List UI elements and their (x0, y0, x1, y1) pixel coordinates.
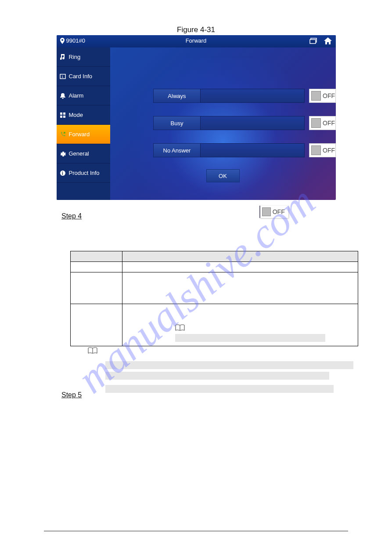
title-bar: 9901#0 Forward (57, 35, 336, 47)
sidebar-item-label: General (69, 150, 89, 157)
always-label: Always (153, 89, 201, 103)
inline-toggle-example: OFF (259, 206, 288, 218)
main-content: Always OFF Busy OFF No Answer OFF OK (110, 47, 336, 200)
svg-rect-4 (60, 112, 62, 115)
busy-field[interactable] (200, 116, 305, 130)
sidebar-item-forward[interactable]: Forward (57, 125, 110, 144)
gray-placeholder (105, 372, 329, 380)
svg-text:1: 1 (61, 75, 64, 79)
screenshot-panel: 9901#0 Forward Ring 1 Card Info Alarm (57, 35, 336, 200)
card-icon: 1 (57, 74, 69, 79)
sidebar-item-card-info[interactable]: 1 Card Info (57, 67, 110, 86)
gray-placeholder (105, 361, 353, 369)
step-4-label: Step 4 (61, 212, 82, 220)
svg-rect-5 (63, 112, 65, 115)
busy-toggle[interactable]: OFF (309, 116, 335, 130)
row-always: Always OFF (153, 89, 336, 103)
book-icon (175, 324, 185, 331)
sidebar-item-mode[interactable]: Mode (57, 105, 110, 125)
sidebar-item-label: Product Info (69, 170, 100, 176)
table-cell (122, 304, 358, 346)
table-cell (122, 272, 358, 304)
svg-rect-7 (63, 116, 65, 118)
sidebar: Ring 1 Card Info Alarm Mode Forward Gene… (57, 47, 110, 200)
toggle-state: OFF (273, 208, 285, 215)
toggle-state: OFF (323, 120, 335, 127)
toggle-state: OFF (323, 92, 335, 99)
table-cell (71, 262, 122, 272)
svg-rect-1 (310, 40, 316, 44)
bell-icon (57, 93, 69, 99)
always-toggle[interactable]: OFF (309, 89, 335, 103)
sidebar-item-label: Alarm (69, 92, 84, 99)
window-icon[interactable] (309, 38, 317, 44)
gear-icon (57, 151, 69, 157)
sidebar-item-label: Card Info (69, 73, 92, 80)
busy-label: Busy (153, 116, 201, 130)
sidebar-item-product-info[interactable]: i Product Info (57, 163, 110, 183)
table-cell (71, 272, 122, 304)
table-cell (122, 262, 358, 272)
table-cell (71, 304, 122, 346)
footer-rule (44, 531, 348, 531)
gray-placeholder (175, 334, 325, 342)
sidebar-item-general[interactable]: General (57, 144, 110, 163)
note-icon (57, 54, 69, 60)
notes-block (88, 350, 392, 398)
sidebar-item-label: Mode (69, 112, 83, 118)
page-title: Forward (57, 37, 336, 44)
home-icon[interactable] (324, 36, 332, 45)
sidebar-item-alarm[interactable]: Alarm (57, 86, 110, 105)
always-field[interactable] (200, 89, 305, 103)
row-busy: Busy OFF (153, 116, 336, 130)
book-icon (88, 347, 97, 354)
table-header-col-0 (71, 251, 122, 262)
no-answer-label: No Answer (153, 143, 201, 157)
gray-placeholder (105, 385, 334, 393)
figure-caption: Figure 4-31 (0, 25, 392, 34)
table-header-col-1 (122, 251, 358, 262)
phone-forward-icon (57, 131, 69, 138)
no-answer-field[interactable] (200, 143, 305, 157)
svg-rect-6 (60, 116, 62, 118)
sidebar-item-label: Forward (69, 131, 90, 138)
toggle-state: OFF (323, 147, 335, 154)
sidebar-item-ring[interactable]: Ring (57, 47, 110, 67)
info-icon: i (57, 170, 69, 176)
svg-text:i: i (62, 171, 63, 176)
row-no-answer: No Answer OFF (153, 143, 336, 157)
sidebar-item-label: Ring (69, 54, 81, 60)
tiles-icon (57, 112, 69, 118)
ok-button[interactable]: OK (206, 169, 240, 182)
parameter-table (70, 251, 358, 346)
no-answer-toggle[interactable]: OFF (309, 143, 335, 157)
